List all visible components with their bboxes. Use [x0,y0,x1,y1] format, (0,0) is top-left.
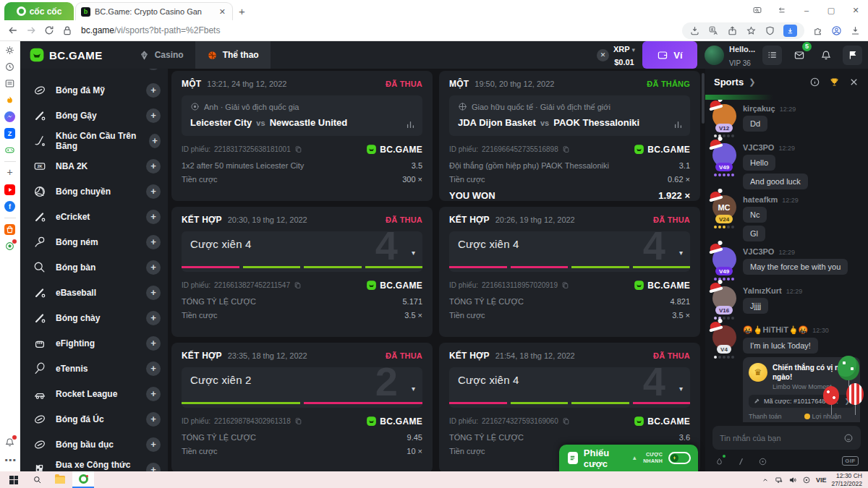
taskbar-search-icon[interactable] [26,471,48,488]
add-favorite-button[interactable]: + [146,108,161,123]
restore-button[interactable]: ▢ [819,0,843,20]
match-stats-icon[interactable] [673,119,683,129]
tray-chevron-up-icon[interactable] [761,476,770,484]
sidebar-item-table-tennis[interactable]: Bóng bàn+ [20,254,168,280]
chat-coin-drop-icon[interactable] [758,456,767,466]
match-stats-icon[interactable] [406,119,415,129]
tab-back-icon[interactable] [770,0,794,20]
add-favorite-button[interactable]: + [146,412,161,427]
notifications-bell-icon[interactable] [4,437,15,448]
copy-icon[interactable] [562,417,570,425]
search-tabs-icon[interactable] [745,0,770,20]
bet-event-box[interactable]: Cược xiên 44▾ [449,367,690,408]
sidebar-item-ecricket[interactable]: eCricket+ [20,204,168,229]
browser-tab-active[interactable]: b BC.Game: Crypto Casino Gan ✕ [75,2,233,20]
add-favorite-button[interactable]: + [146,260,161,275]
inbox-button[interactable]: 5 [789,46,809,65]
shared-bet-card[interactable]: ♛Chiến thắng có vị ngọt ngào!Limbo Wow M… [743,357,860,422]
add-favorite-button[interactable]: + [146,69,161,70]
copy-icon[interactable] [294,281,302,289]
forward-icon[interactable] [25,25,37,36]
chevron-right-icon[interactable]: ❯ [749,77,755,87]
messenger-icon[interactable] [4,111,15,122]
add-favorite-button[interactable]: + [146,184,161,199]
chat-username[interactable]: VJC3PO [743,143,774,152]
file-explorer-icon[interactable] [49,471,71,488]
emoji-smiley-icon[interactable] [843,433,854,443]
chat-username[interactable]: kirçakuç [743,104,775,113]
sidebar-item-generic[interactable]: + [20,69,168,77]
sidebar-item-handball[interactable]: Bóng ném+ [20,229,168,254]
sidebar-item-etennis[interactable]: eTennis+ [20,356,168,381]
start-button[interactable] [3,471,25,488]
sports-pinned-button[interactable] [843,46,862,65]
chat-username[interactable]: YalnızKurt [743,286,782,295]
bet-event-box[interactable]: Cược xiên 22▾ [182,367,422,408]
chat-close-icon[interactable] [848,77,859,87]
chat-info-icon[interactable] [809,77,820,87]
back-icon[interactable] [7,25,19,36]
quick-bet-toggle[interactable] [668,452,691,464]
chevron-down-icon[interactable]: ▾ [412,249,415,257]
add-favorite-button[interactable]: + [146,387,161,401]
add-favorite-button[interactable]: + [146,311,161,325]
copy-icon[interactable] [294,417,302,425]
copy-icon[interactable] [294,145,302,153]
add-favorite-button[interactable]: + [149,134,161,148]
settings-gear-icon[interactable] [4,45,15,56]
user-profile[interactable]: Hello... VIP 36 [705,41,755,69]
bet-event-box[interactable]: Cược xiên 44▾ [182,231,422,272]
sidebar-item-nba-2k[interactable]: 2KNBA 2K+ [20,153,168,179]
chat-input[interactable]: Tin nhắn của bạn [712,426,861,450]
sidebar-item-rugby[interactable]: Bóng bầu dục+ [20,432,168,457]
add-shortcut-icon[interactable]: + [4,168,15,179]
sidebar-item-formula-1[interactable]: Đua xe Công thức 1+ [20,457,168,471]
coccoc-taskbar-icon[interactable] [72,471,94,488]
shop-icon[interactable] [4,224,15,235]
bet-event-box[interactable]: Anh · Giải vô địch quốc giaLeicester Cit… [182,95,422,136]
add-favorite-button[interactable]: + [146,235,161,249]
youtube-icon[interactable] [4,184,15,195]
volume-icon[interactable] [788,476,797,484]
add-favorite-button[interactable]: + [146,336,161,351]
add-favorite-button[interactable]: + [146,286,161,300]
downloads-icon[interactable] [850,25,861,36]
add-favorite-button[interactable]: + [146,463,161,472]
sidebar-item-ice-hockey[interactable]: Khúc Côn Cầu Trên Băng+ [20,128,168,153]
chat-username[interactable]: hateafkm [743,195,778,204]
sidebar-item-american-football[interactable]: Bóng đá Mỹ+ [20,77,168,103]
zalo-icon[interactable]: Z [4,128,15,139]
menu-item-casino[interactable]: Casino [127,41,195,69]
url-text[interactable]: bc.game/vi/sports?bt-path=%2Fbets [81,25,676,35]
trophy-icon[interactable] [829,77,840,87]
chat-commands-icon[interactable] [736,456,746,466]
sidebar-item-rocket-league[interactable]: Rocket League+ [20,381,168,406]
taskbar-clock[interactable]: 12:30 CH27/12/2022 [831,472,862,487]
minimize-button[interactable]: – [794,0,819,20]
save-page-icon[interactable] [689,25,700,36]
site-security-icon[interactable] [61,25,73,36]
bet-list-button[interactable] [762,46,782,65]
gif-button[interactable]: GIF [842,456,859,466]
games-icon[interactable] [4,145,15,155]
reading-list-icon[interactable] [4,78,15,89]
sidebar-item-efighting[interactable]: eFighting+ [20,330,168,356]
share-icon[interactable] [727,25,738,36]
chat-username[interactable]: VJC3PO [743,247,774,256]
download-manager-icon[interactable] [783,25,797,37]
hot-trending-icon[interactable] [4,95,15,106]
bet-event-box[interactable]: Cược xiên 44▾ [449,231,690,272]
new-tab-button[interactable]: + [239,5,245,17]
adblock-shield-icon[interactable] [765,25,775,36]
bet-code-pill[interactable]: Mã cược: #1011764844...❯ [749,395,854,408]
chat-rain-icon[interactable] [715,456,724,466]
tab-close-icon[interactable]: ✕ [218,7,227,17]
add-favorite-button[interactable]: + [146,83,161,98]
close-button[interactable]: ✕ [843,0,868,20]
menu-item-sports[interactable]: Thể thao [195,41,271,69]
copy-icon[interactable] [561,281,569,289]
copy-icon[interactable] [562,145,570,153]
bookmark-star-icon[interactable] [746,25,757,36]
currency-selector[interactable]: ✕ XRP ▾ $0.01 [597,42,635,69]
bcgame-brand[interactable]: BC.GAME [29,47,103,63]
